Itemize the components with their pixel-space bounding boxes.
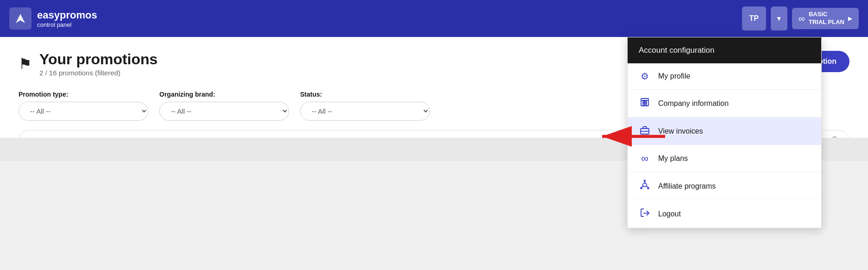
svg-point-15 (648, 188, 649, 189)
filter-brand-label: Organizing brand: (159, 91, 289, 98)
dropdown-header: Account configuration (628, 37, 821, 63)
dropdown-item-my-profile[interactable]: ⚙ My profile (628, 63, 821, 90)
infinity-plans-icon: ∞ (639, 153, 651, 165)
filter-type-group: Promotion type: -- All -- (19, 91, 148, 121)
header: easypromos control panel TP ▼ ∞ BASIC TR… (0, 0, 868, 37)
infinity-icon: ∞ (799, 13, 805, 24)
page-title: Your promotions (39, 51, 157, 68)
plan-badge[interactable]: ∞ BASIC TRIAL PLAN ▶ (792, 8, 859, 29)
plan-line2: TRIAL PLAN (809, 18, 844, 25)
svg-rect-1 (641, 98, 648, 106)
dropdown-item-label-logout: Logout (658, 210, 681, 218)
building-icon (639, 97, 651, 110)
svg-marker-0 (16, 14, 25, 23)
page-title-area: ⚑ Your promotions 2 / 16 promotions (fil… (19, 51, 157, 77)
plan-line1: BASIC (809, 11, 827, 18)
dropdown-item-label-company-information: Company information (658, 99, 729, 108)
logo-area: easypromos control panel (9, 7, 97, 30)
dropdown-item-company-information[interactable]: Company information (628, 90, 821, 117)
svg-point-11 (644, 180, 646, 182)
user-avatar[interactable]: TP (742, 6, 766, 31)
sub-name: control panel (37, 21, 97, 28)
svg-rect-4 (643, 103, 644, 106)
gear-icon: ⚙ (639, 71, 651, 82)
filter-status-select[interactable]: -- All -- (300, 102, 430, 121)
svg-rect-5 (645, 103, 647, 106)
dropdown-item-logout[interactable]: Logout (628, 200, 821, 228)
logout-icon (639, 208, 651, 220)
svg-point-9 (643, 183, 647, 187)
dropdown-item-label-my-profile: My profile (658, 72, 690, 80)
red-arrow-indicator (595, 125, 669, 150)
logo-icon (9, 7, 31, 30)
chevron-down-icon: ▼ (776, 15, 782, 22)
dropdown-item-label-affiliate-programs: Affiliate programs (658, 182, 716, 190)
header-right: TP ▼ ∞ BASIC TRIAL PLAN ▶ (742, 6, 859, 31)
filter-brand-select[interactable]: -- All -- (159, 102, 289, 121)
dropdown-item-affiliate-programs[interactable]: Affiliate programs (628, 172, 821, 200)
flag-icon: ⚑ (19, 55, 32, 73)
filter-status-label: Status: (300, 91, 430, 98)
svg-rect-2 (643, 101, 644, 102)
affiliate-icon (639, 180, 651, 192)
svg-point-13 (641, 188, 642, 189)
filter-type-select[interactable]: -- All -- (19, 102, 148, 121)
page-subtitle: 2 / 16 promotions (filtered) (39, 69, 157, 77)
filter-brand-group: Organizing brand: -- All -- (159, 91, 289, 121)
dropdown-arrow-button[interactable]: ▼ (771, 6, 787, 31)
page-title-text: Your promotions 2 / 16 promotions (filte… (39, 51, 157, 77)
filter-status-group: Status: -- All -- (300, 91, 430, 121)
logo-text: easypromos control panel (37, 9, 97, 28)
plan-chevron-icon: ▶ (848, 15, 852, 22)
plan-text: BASIC TRIAL PLAN (809, 11, 844, 26)
svg-rect-3 (645, 101, 647, 102)
dropdown-item-label-my-plans: My plans (658, 154, 688, 163)
app-name: easypromos (37, 9, 97, 21)
filter-type-label: Promotion type: (19, 91, 148, 98)
